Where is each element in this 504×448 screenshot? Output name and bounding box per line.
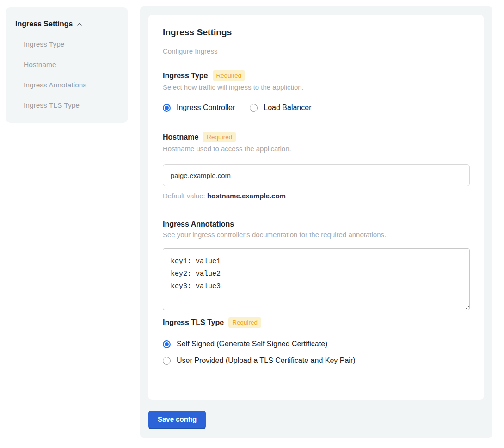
save-config-button[interactable]: Save config: [148, 411, 206, 429]
ingress-settings-panel: Ingress Settings Configure Ingress Ingre…: [140, 6, 492, 438]
required-badge: Required: [203, 132, 236, 142]
annotations-description: See your ingress controller's documentat…: [163, 231, 469, 239]
radio-unchecked-icon[interactable]: [250, 104, 258, 112]
chevron-up-icon: [76, 21, 83, 28]
sidebar-section-title: Ingress Settings: [15, 20, 73, 28]
required-badge: Required: [213, 70, 246, 81]
ingress-settings-card: Ingress Settings Configure Ingress Ingre…: [148, 15, 484, 400]
radio-label: User Provided (Upload a TLS Certificate …: [177, 356, 356, 365]
ingress-type-options: Ingress Controller Load Balancer: [163, 104, 469, 112]
sidebar-section-toggle[interactable]: Ingress Settings: [15, 20, 119, 28]
page-subtitle: Configure Ingress: [163, 47, 469, 55]
section-ingress-type: Ingress Type Required Select how traffic…: [163, 70, 469, 112]
radio-option-ingress-controller[interactable]: Ingress Controller: [163, 104, 235, 112]
default-prefix: Default value:: [163, 192, 207, 200]
section-ingress-annotations: Ingress Annotations See your ingress con…: [163, 220, 469, 310]
sidebar-items: Ingress Type Hostname Ingress Annotation…: [15, 40, 119, 110]
page-title: Ingress Settings: [163, 27, 469, 37]
sidebar-item-ingress-tls-type[interactable]: Ingress TLS Type: [24, 101, 119, 110]
tls-type-options: Self Signed (Generate Self Signed Certif…: [163, 340, 469, 365]
hostname-default-value: Default value: hostname.example.com: [163, 192, 469, 200]
radio-label: Ingress Controller: [177, 104, 235, 112]
required-badge: Required: [228, 317, 261, 328]
hostname-input[interactable]: [163, 164, 470, 186]
radio-checked-icon[interactable]: [163, 104, 171, 112]
sidebar-item-ingress-annotations[interactable]: Ingress Annotations: [24, 81, 119, 89]
radio-label: Load Balancer: [264, 104, 311, 112]
tls-type-label: Ingress TLS Type: [163, 319, 224, 327]
section-hostname: Hostname Required Hostname used to acces…: [163, 132, 469, 200]
ingress-type-description: Select how traffic will ingress to the a…: [163, 83, 469, 91]
radio-option-self-signed[interactable]: Self Signed (Generate Self Signed Certif…: [163, 340, 469, 348]
radio-checked-icon[interactable]: [163, 340, 171, 348]
section-ingress-tls-type: Ingress TLS Type Required Self Signed (G…: [163, 317, 469, 365]
sidebar-item-hostname[interactable]: Hostname: [24, 61, 119, 69]
ingress-type-label: Ingress Type: [163, 72, 208, 80]
annotations-label: Ingress Annotations: [163, 220, 234, 228]
settings-sidebar: Ingress Settings Ingress Type Hostname I…: [6, 7, 128, 123]
radio-option-load-balancer[interactable]: Load Balancer: [250, 104, 311, 112]
radio-unchecked-icon[interactable]: [163, 357, 171, 365]
annotations-textarea[interactable]: key1: value1 key2: value2 key3: value3: [163, 248, 470, 310]
radio-option-user-provided[interactable]: User Provided (Upload a TLS Certificate …: [163, 356, 469, 365]
hostname-label: Hostname: [163, 133, 198, 141]
hostname-description: Hostname used to access the application.: [163, 145, 469, 153]
sidebar-item-ingress-type[interactable]: Ingress Type: [24, 40, 119, 49]
radio-label: Self Signed (Generate Self Signed Certif…: [177, 340, 327, 348]
default-hostname: hostname.example.com: [207, 192, 286, 200]
